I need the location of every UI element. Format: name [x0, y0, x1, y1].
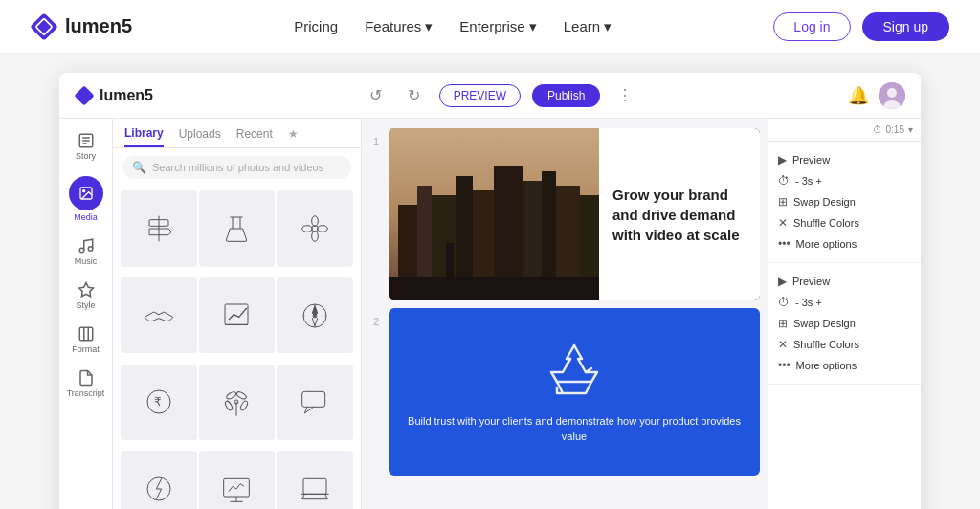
publish-button[interactable]: Publish [532, 84, 600, 107]
svg-point-4 [887, 88, 897, 98]
slide-card-2[interactable]: Build trust with your clients and demons… [389, 308, 760, 476]
nav-link-pricing[interactable]: Pricing [294, 18, 338, 34]
right-section-slide2: ▶ Preview ⏱ - 3s + ⊞ Swap Design ✕ Shuff… [768, 263, 921, 385]
more-icon-1: ••• [778, 237, 791, 251]
svg-marker-32 [312, 305, 317, 316]
svg-rect-14 [79, 327, 93, 341]
slide-row-1: 1 [362, 128, 768, 300]
right-action-duration-1[interactable]: ⏱ - 3s + [778, 170, 911, 191]
notifications-icon[interactable]: 🔔 [848, 85, 869, 106]
media-item-lightning[interactable] [121, 451, 197, 509]
more-options-button[interactable]: ⋮ [612, 82, 638, 109]
undo-button[interactable]: ↺ [363, 82, 390, 109]
right-action-duration-2[interactable]: ⏱ - 3s + [778, 292, 911, 313]
sidebar-item-music[interactable]: Music [63, 232, 109, 272]
tab-recent[interactable]: Recent [236, 127, 273, 146]
redo-button[interactable]: ↻ [401, 82, 428, 109]
svg-point-12 [79, 248, 84, 253]
more-label-2: More options [796, 360, 858, 371]
svg-point-25 [312, 231, 319, 241]
learn-chevron-icon: ▾ [604, 18, 612, 35]
media-item-signpost[interactable] [121, 190, 197, 267]
sidebar-item-format[interactable]: Format [63, 320, 109, 360]
svg-line-53 [302, 494, 305, 498]
cityscape-bg [389, 128, 599, 300]
app-header-right: 🔔 [848, 82, 905, 109]
sidebar-item-style[interactable]: Style [63, 276, 109, 316]
nav-link-enterprise[interactable]: Enterprise ▾ [459, 18, 536, 35]
preview-button[interactable]: PREVIEW [439, 84, 521, 107]
sidebar-item-transcript[interactable]: Transcript [63, 364, 109, 404]
media-item-rupee[interactable]: ₹ [121, 365, 197, 441]
right-action-shuffle-2[interactable]: ✕ Shuffle Colors [778, 334, 911, 355]
nav-link-learn[interactable]: Learn ▾ [564, 18, 612, 35]
media-item-windmill[interactable] [199, 365, 276, 441]
svg-point-27 [318, 225, 328, 232]
app-header: lumen5 ↺ ↻ PREVIEW Publish ⋮ 🔔 [59, 73, 921, 119]
app-body: Story Media Music [59, 119, 921, 509]
svg-point-11 [82, 190, 84, 192]
tab-uploads[interactable]: Uploads [179, 127, 221, 146]
media-item-flower[interactable] [277, 190, 353, 267]
svg-point-26 [302, 225, 313, 232]
timer-icon: ⏱ [873, 124, 882, 135]
app-logo[interactable]: lumen5 [75, 86, 153, 105]
style-icon [78, 281, 95, 299]
right-action-more-2[interactable]: ••• More options [778, 355, 911, 376]
nav-link-features[interactable]: Features ▾ [365, 18, 433, 35]
swap-icon-2: ⊞ [778, 317, 788, 330]
timer-icon-2: ⏱ [778, 296, 790, 309]
sidebar-icons: Story Media Music [59, 119, 113, 509]
media-item-chart[interactable] [199, 277, 276, 354]
svg-rect-46 [302, 392, 325, 408]
duration-label-2: - 3s + [795, 297, 822, 308]
play-icon-2: ▶ [778, 275, 787, 288]
right-action-more-1[interactable]: ••• More options [778, 233, 911, 254]
logo-icon [31, 13, 57, 40]
right-action-shuffle-1[interactable]: ✕ Shuffle Colors [778, 212, 911, 233]
music-label: Music [75, 256, 98, 266]
format-icon [78, 325, 95, 343]
slide-1-text: Grow your brand and drive demand with vi… [599, 128, 760, 300]
timer-icon-1: ⏱ [778, 174, 790, 188]
svg-point-42 [236, 391, 248, 401]
canvas-area: 1 [362, 119, 768, 509]
features-chevron-icon: ▾ [425, 18, 433, 35]
search-bar[interactable]: 🔍 Search millions of photos and videos [122, 156, 351, 179]
media-item-chat[interactable] [277, 365, 353, 441]
media-item-flask[interactable] [199, 190, 276, 267]
media-item-handshake[interactable] [121, 277, 197, 354]
svg-rect-67 [389, 277, 599, 300]
slide-card-1[interactable]: Grow your brand and drive demand with vi… [389, 128, 760, 300]
tab-library[interactable]: Library [124, 126, 164, 147]
nav-logo[interactable]: lumen5 [31, 13, 132, 40]
sidebar-item-story[interactable]: Story [63, 126, 109, 166]
sidebar-item-media[interactable]: Media [63, 170, 109, 228]
signup-button[interactable]: Sign up [862, 12, 949, 41]
svg-rect-51 [303, 478, 326, 494]
play-icon-1: ▶ [778, 153, 787, 166]
user-avatar[interactable] [879, 82, 905, 109]
media-item-compass[interactable] [277, 277, 353, 354]
right-action-preview-2[interactable]: ▶ Preview [778, 271, 911, 292]
svg-rect-48 [224, 478, 250, 497]
nav-links: Pricing Features ▾ Enterprise ▾ Learn ▾ [294, 18, 612, 35]
right-action-preview-1[interactable]: ▶ Preview [778, 149, 911, 170]
timer-chevron: ▾ [908, 124, 913, 135]
top-navigation: lumen5 Pricing Features ▾ Enterprise ▾ L… [0, 0, 980, 54]
nav-actions: Log in Sign up [773, 12, 949, 41]
enterprise-chevron-icon: ▾ [529, 18, 537, 35]
slide-number-2: 2 [369, 316, 383, 327]
media-item-presentation[interactable] [199, 451, 276, 509]
login-button[interactable]: Log in [773, 12, 850, 41]
slide-2-content: Build trust with your clients and demons… [389, 308, 760, 476]
svg-point-13 [88, 247, 93, 252]
media-grid: ₹ [113, 187, 361, 509]
tab-favorites[interactable]: ★ [288, 127, 299, 146]
shuffle-icon-1: ✕ [778, 216, 788, 230]
svg-marker-19 [149, 229, 171, 235]
shuffle-icon-2: ✕ [778, 338, 788, 351]
media-item-laptop[interactable] [277, 451, 353, 509]
right-action-swap-1[interactable]: ⊞ Swap Design [778, 191, 911, 212]
right-action-swap-2[interactable]: ⊞ Swap Design [778, 313, 911, 334]
